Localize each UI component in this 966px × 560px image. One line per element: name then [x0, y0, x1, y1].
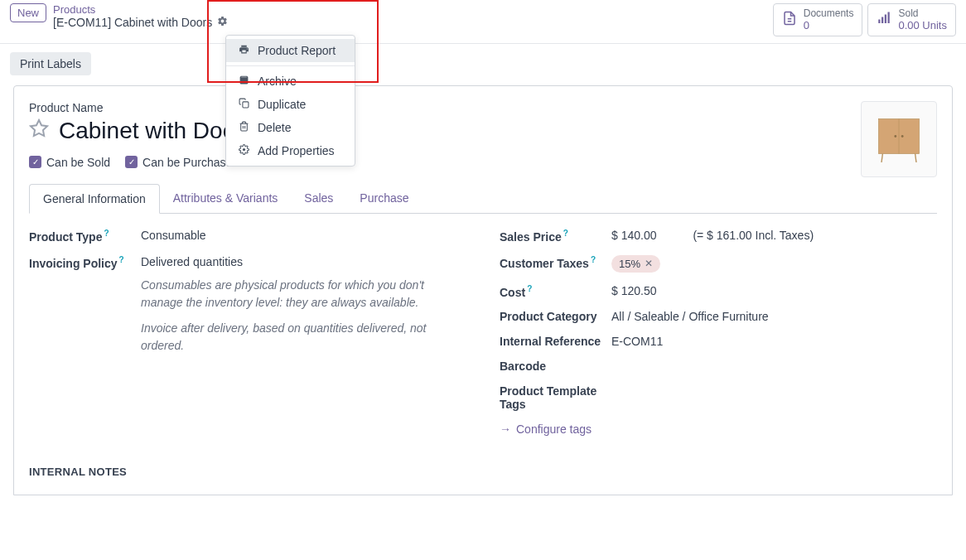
svg-point-14	[901, 135, 904, 138]
dropdown-product-report[interactable]: Product Report	[226, 39, 355, 62]
can-be-sold-label: Can be Sold	[46, 156, 110, 169]
internal-reference-label: Internal Reference	[500, 335, 611, 348]
product-category-value[interactable]: All / Saleable / Office Furniture	[611, 310, 937, 323]
help-icon[interactable]: ?	[591, 255, 596, 264]
svg-rect-3	[881, 17, 883, 24]
help-icon[interactable]: ?	[119, 255, 124, 264]
dropdown-archive-label: Archive	[258, 75, 297, 88]
can-be-purchased-label: Can be Purchased	[142, 156, 239, 169]
svg-rect-6	[242, 102, 248, 108]
product-type-value[interactable]: Consumable	[141, 229, 466, 242]
dropdown-product-report-label: Product Report	[258, 44, 336, 57]
incl-taxes-value: (= $ 161.00 Incl. Taxes)	[693, 229, 814, 242]
dropdown-add-properties-label: Add Properties	[258, 144, 335, 157]
svg-line-15	[881, 153, 882, 162]
sold-stat[interactable]: Sold 0.00 Units	[867, 3, 956, 36]
checkbox-checked-icon: ✓	[125, 156, 138, 168]
sales-price-label: Sales Price?	[500, 229, 611, 244]
configure-tags-link[interactable]: → Configure tags	[500, 422, 937, 436]
dropdown-archive[interactable]: Archive	[226, 70, 355, 93]
dropdown-separator	[226, 65, 355, 66]
properties-icon	[238, 144, 249, 157]
svg-marker-10	[31, 120, 47, 136]
can-be-purchased-checkbox[interactable]: ✓ Can be Purchased	[125, 156, 239, 169]
sold-value: 0.00 Units	[898, 19, 947, 32]
new-button[interactable]: New	[10, 3, 46, 22]
document-icon	[782, 10, 797, 29]
breadcrumb-current: [E-COM11] Cabinet with Doors	[53, 16, 228, 29]
sold-label: Sold	[898, 7, 947, 19]
gear-dropdown-menu: Product Report Archive Duplicate Delete …	[225, 35, 355, 167]
print-labels-button[interactable]: Print Labels	[10, 52, 91, 75]
archive-icon	[238, 75, 249, 88]
svg-point-9	[242, 148, 244, 151]
product-template-tags-label: Product Template Tags	[500, 384, 611, 411]
tab-sales[interactable]: Sales	[291, 184, 346, 213]
product-image[interactable]	[861, 101, 937, 177]
breadcrumb-current-text: [E-COM11] Cabinet with Doors	[53, 16, 212, 29]
tax-tag[interactable]: 15% ✕	[611, 255, 660, 273]
arrow-right-icon: →	[500, 422, 511, 436]
invoice-note: Invoice after delivery, based on quantit…	[141, 320, 466, 355]
tab-general-information[interactable]: General Information	[29, 184, 160, 214]
dropdown-delete-label: Delete	[258, 121, 291, 134]
tab-purchase[interactable]: Purchase	[346, 184, 422, 213]
breadcrumb: Products [E-COM11] Cabinet with Doors	[53, 3, 228, 29]
print-icon	[238, 44, 249, 57]
invoicing-policy-value[interactable]: Delivered quantities	[141, 255, 466, 268]
barcode-label: Barcode	[500, 360, 611, 373]
tabs: General Information Attributes & Variant…	[29, 184, 937, 214]
help-icon[interactable]: ?	[563, 229, 568, 238]
consumable-note: Consumables are physical products for wh…	[141, 277, 466, 311]
svg-rect-2	[879, 20, 881, 24]
checkbox-checked-icon: ✓	[29, 156, 41, 168]
configure-tags-label: Configure tags	[516, 422, 592, 436]
tax-remove-icon[interactable]: ✕	[645, 258, 653, 269]
can-be-sold-checkbox[interactable]: ✓ Can be Sold	[29, 156, 110, 169]
cabinet-icon	[870, 110, 928, 168]
breadcrumb-root[interactable]: Products	[53, 3, 228, 16]
dropdown-delete[interactable]: Delete	[226, 116, 355, 139]
internal-reference-value[interactable]: E-COM11	[611, 335, 937, 348]
help-icon[interactable]: ?	[527, 284, 532, 293]
duplicate-icon	[238, 98, 249, 111]
documents-label: Documents	[804, 7, 854, 19]
product-name-label: Product Name	[29, 101, 937, 114]
bars-icon	[877, 11, 891, 28]
svg-rect-5	[888, 12, 890, 24]
customer-taxes-label: Customer Taxes?	[500, 255, 611, 270]
svg-line-16	[915, 153, 916, 162]
dropdown-duplicate-label: Duplicate	[258, 98, 306, 111]
documents-stat[interactable]: Documents 0	[773, 3, 863, 36]
documents-value: 0	[804, 19, 854, 32]
dropdown-add-properties[interactable]: Add Properties	[226, 139, 355, 162]
dropdown-duplicate[interactable]: Duplicate	[226, 93, 355, 116]
sales-price-value[interactable]: $ 140.00	[611, 229, 657, 242]
product-type-label: Product Type?	[29, 229, 141, 244]
help-icon[interactable]: ?	[104, 229, 109, 238]
cost-value[interactable]: $ 120.50	[611, 284, 937, 297]
favorite-star-icon[interactable]	[29, 118, 49, 143]
gear-icon[interactable]	[217, 16, 228, 29]
internal-notes-heading: INTERNAL NOTES	[29, 466, 937, 478]
tax-tag-value: 15%	[619, 258, 640, 270]
product-category-label: Product Category	[500, 310, 611, 323]
tab-attributes-variants[interactable]: Attributes & Variants	[160, 184, 292, 213]
cost-label: Cost?	[500, 284, 611, 299]
svg-rect-4	[885, 15, 886, 24]
invoicing-policy-label: Invoicing Policy?	[29, 255, 141, 270]
svg-point-13	[894, 135, 896, 138]
trash-icon	[238, 121, 249, 134]
